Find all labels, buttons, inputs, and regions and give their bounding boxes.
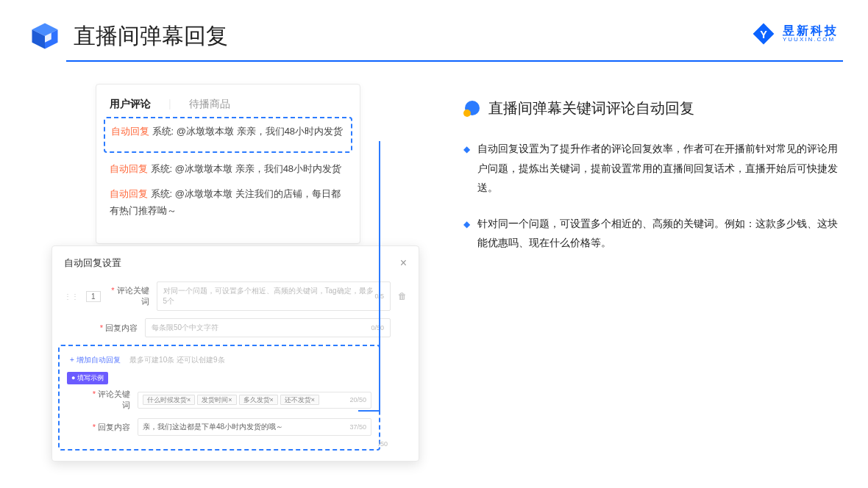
rule-index: 1 — [86, 291, 101, 302]
brand-logo: Y 昱新科技 YUUXIN.COM — [752, 22, 839, 46]
ex-ct-label: 回复内容 — [89, 422, 130, 433]
content-label: 回复内容 — [96, 323, 138, 334]
example-block: + 增加自动回复 最多可建10条 还可以创建9条 ● 填写示例 评论关键词 什么… — [58, 345, 380, 451]
comment-row: 自动回复 系统: @冰墩墩本墩 亲亲，我们48小时内发货 — [110, 160, 346, 177]
modal-title: 自动回复设置 — [64, 256, 121, 270]
example-badge: ● 填写示例 — [67, 372, 108, 384]
ex-ct-input[interactable]: 亲，我们这边都是下单48小时内发货的哦～ 37/50 — [138, 418, 371, 436]
description-pane: 直播间弹幕关键词评论自动回复 ◆ 自动回复设置为了提升作者的评论回复效率，作者可… — [463, 84, 839, 269]
keyword-input[interactable]: 对同一个问题，可设置多个相近、高频的关键词，Tag确定，最多5个 0/5 — [157, 281, 391, 311]
delete-icon[interactable]: 🗑 — [398, 291, 407, 301]
brand-cn: 昱新科技 — [783, 25, 839, 37]
highlighted-comment: 自动回复 系统: @冰墩墩本墩 亲亲，我们48小时内发货 — [104, 117, 352, 153]
tab-pending-goods[interactable]: 待播商品 — [189, 98, 230, 111]
bullet-item: ◆ 针对同一个问题，可设置多个相近的、高频的关键词。例如：这款多少钱、这块能优惠… — [463, 214, 839, 253]
auto-reply-badge: 自动回复 — [111, 126, 149, 137]
svg-text:Y: Y — [760, 29, 767, 40]
outer-count: /50 — [64, 440, 407, 448]
connector-line — [358, 141, 380, 412]
brand-en: YUUXIN.COM — [783, 37, 839, 43]
bullet-icon — [463, 101, 480, 117]
drag-icon[interactable]: ⋮⋮ — [64, 293, 79, 301]
slide-header: 直播间弹幕回复 Y 昱新科技 YUUXIN.COM — [0, 0, 868, 60]
diamond-icon: ◆ — [463, 216, 470, 253]
content-input[interactable]: 每条限50个中文字符 0/50 — [145, 318, 391, 337]
comment-row: 自动回复 系统: @冰墩墩本墩 关注我们的店铺，每日都有热门推荐呦～ — [110, 185, 346, 220]
tab-user-comments[interactable]: 用户评论 — [110, 98, 151, 111]
add-reply-link[interactable]: + 增加自动回复 — [70, 356, 121, 364]
cube-icon — [29, 21, 60, 51]
close-icon[interactable]: × — [400, 256, 407, 270]
bullet-item: ◆ 自动回复设置为了提升作者的评论回复效率，作者可在开播前针对常见的评论用户问题… — [463, 139, 839, 198]
diamond-icon: ◆ — [463, 141, 470, 198]
screenshot-mock: 用户评论 | 待播商品 自动回复 系统: @冰墩墩本墩 亲亲，我们48小时内发货… — [96, 84, 419, 269]
add-hint: 最多可建10条 还可以创建9条 — [129, 356, 224, 364]
section-heading: 直播间弹幕关键词评论自动回复 — [488, 98, 694, 118]
ex-kw-input[interactable]: 什么时候发货×发货时间×多久发货×还不发货× 20/50 — [138, 392, 371, 409]
page-title: 直播间弹幕回复 — [74, 21, 228, 51]
ex-kw-label: 评论关键词 — [89, 389, 130, 411]
comments-panel: 用户评论 | 待播商品 自动回复 系统: @冰墩墩本墩 亲亲，我们48小时内发货… — [96, 84, 360, 244]
keyword-label: 评论关键词 — [108, 285, 149, 307]
